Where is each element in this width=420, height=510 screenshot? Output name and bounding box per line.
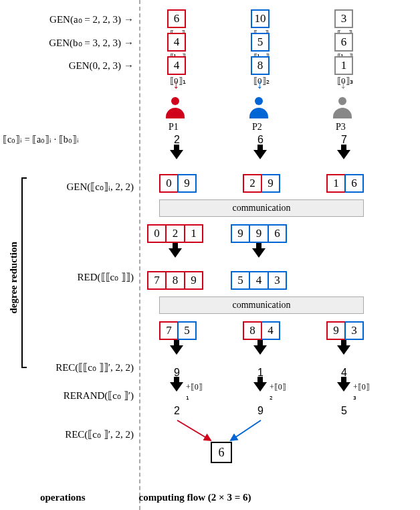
share-b0-p3: 6: [334, 33, 353, 52]
p1-label: P1: [169, 122, 179, 132]
arrow-down-icon: [252, 248, 266, 268]
arrow-down-icon: [337, 345, 350, 365]
degree-reduction-bracket: [21, 177, 27, 368]
arrow-down-icon: ↓: [173, 77, 179, 90]
rec-p3b: 3: [345, 321, 364, 340]
final-result: 6: [211, 442, 232, 463]
share-b0-p1: 4: [167, 33, 186, 52]
rerand-out-v3: 5: [341, 405, 347, 417]
converge-arrows-icon: [167, 418, 281, 445]
op-c-eq: ⟦c₀⟧ᵢ = ⟦a₀⟧ᵢ · ⟦b₀⟧ᵢ: [3, 134, 79, 145]
genc-p2b: 9: [261, 174, 280, 193]
share-a0-p1: 6: [167, 9, 186, 28]
op-gen-b: GEN(b₀ = 3, 2, 3): [49, 37, 134, 49]
red-in-g2b: 9: [249, 224, 268, 243]
arrow-down-icon: [337, 150, 350, 170]
rerand-add-1: +⟦0⟧₁: [186, 382, 203, 402]
operations-column: GEN(a₀ = 2, 2, 3) GEN(b₀ = 3, 2, 3) GEN(…: [0, 0, 140, 510]
red-out-g1c: 9: [185, 271, 203, 290]
rec-p2b: 4: [261, 321, 280, 340]
computing-flow-label: computing flow (2 × 3 = 6): [139, 492, 251, 503]
arrow-down-icon: ↓: [340, 77, 346, 90]
communication-bar-2: communication: [159, 296, 364, 314]
rerand-out-v1: 2: [174, 405, 180, 417]
bottom-labels: operations computing flow (2 × 3 = 6): [0, 492, 420, 503]
svg-line-0: [177, 420, 211, 440]
share-0-p1: 4: [167, 56, 186, 75]
genc-p2a: 2: [243, 174, 261, 193]
red-in-g2a: 9: [231, 224, 249, 243]
rec-p1b: 5: [178, 321, 197, 340]
arrow-down-icon: [170, 382, 183, 402]
arrow-down-icon: ↓: [256, 77, 263, 90]
genc-p1a: 0: [159, 174, 178, 193]
arrow-down-icon: [170, 150, 183, 170]
computing-flow-column: 6⟦a₀⟧₁ 10⟦a₀⟧₂ 3⟦a₀⟧₃ 4⟦b₀⟧₁ 5⟦b₀⟧₂ 6⟦b₀…: [140, 0, 420, 510]
op-gen-a: GEN(a₀ = 2, 2, 3): [49, 13, 134, 25]
share-a0-p3: 3: [334, 9, 353, 28]
genc-p3b: 6: [345, 174, 364, 193]
person-icon-p3: [333, 97, 352, 118]
arrow-down-icon: [337, 382, 350, 402]
share-a0-p2: 10: [251, 9, 270, 28]
op-rerand: RERAND(⟦c₀ ⟧′): [64, 390, 134, 402]
genc-p1b: 9: [178, 174, 197, 193]
share-0-p2: 8: [251, 56, 270, 75]
red-out-g2a: 5: [231, 271, 249, 290]
red-out-g1b: 8: [166, 271, 185, 290]
rec-p1a: 7: [159, 321, 178, 340]
person-icon-p1: [166, 97, 185, 118]
op-rec2: REC(⟦c₀ ⟧′, 2, 2): [65, 428, 134, 440]
red-out-g1a: 7: [147, 271, 166, 290]
red-out-g2c: 3: [268, 271, 287, 290]
rerand-out-v2: 9: [257, 405, 264, 417]
operations-column-label: operations: [40, 492, 86, 503]
op-red: RED(⟦⟦c₀ ⟧⟧): [78, 271, 134, 283]
arrow-down-icon: [253, 150, 267, 170]
share-0-p3: 1: [334, 56, 353, 75]
person-icon-p2: [249, 97, 268, 118]
red-in-g2c: 6: [268, 224, 287, 243]
communication-bar-1: communication: [159, 199, 364, 217]
rec-p3a: 9: [326, 321, 345, 340]
op-gen-0: GEN(0, 2, 3): [69, 60, 134, 72]
rerand-add-3: +⟦0⟧₃: [353, 382, 370, 402]
red-out-g2b: 4: [249, 271, 268, 290]
arrow-down-icon: [169, 248, 182, 268]
rerand-add-2: +⟦0⟧₂: [270, 382, 286, 402]
arrow-down-icon: [170, 345, 183, 365]
op-gen-c: GEN(⟦c₀⟧ᵢ, 2, 2): [67, 181, 134, 193]
share-b0-p2: 5: [251, 33, 270, 52]
arrow-down-icon: [253, 382, 267, 402]
p3-label: P3: [336, 122, 346, 132]
degree-reduction-label: degree reduction: [8, 234, 19, 314]
svg-line-1: [231, 420, 261, 440]
p2-label: P2: [252, 122, 262, 132]
red-in-g1c: 1: [185, 224, 203, 243]
arrow-down-icon: [253, 345, 267, 365]
red-in-g1a: 0: [147, 224, 166, 243]
op-rec1: REC(⟦⟦c₀ ⟧⟧′, 2, 2): [56, 361, 134, 373]
genc-p3a: 1: [326, 174, 345, 193]
red-in-g1b: 2: [166, 224, 185, 243]
rec-p2a: 8: [243, 321, 261, 340]
